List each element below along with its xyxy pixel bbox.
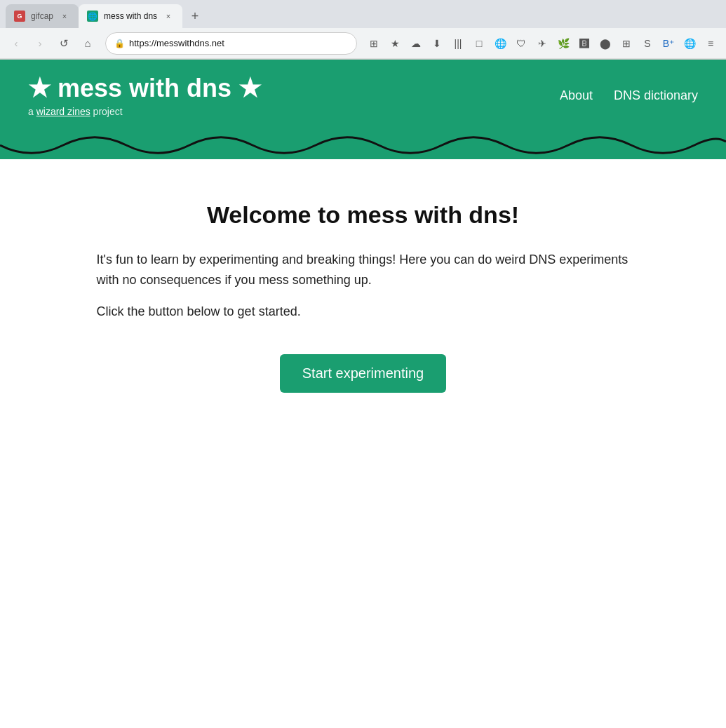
toolbar-pip-icon[interactable]: □: [469, 34, 489, 53]
toolbar-pocket-icon[interactable]: ☁: [406, 34, 426, 53]
site-nav: About DNS dictionary: [560, 88, 698, 103]
toolbar-ext7-icon[interactable]: B⁺: [659, 34, 678, 53]
toolbar-star-icon[interactable]: ★: [385, 34, 405, 53]
welcome-title: Welcome to mess with dns!: [97, 201, 630, 229]
wavy-border: [0, 131, 726, 159]
site-main: Welcome to mess with dns! It's fun to le…: [0, 159, 726, 435]
toolbar-icons: ⊞ ★ ☁ ⬇ ||| □ 🌐 🛡 ✈ 🌿 🅱 ⬤ ⊞ S B⁺ 🌐 ≡: [364, 34, 720, 53]
subtitle-pre: a: [28, 106, 36, 117]
toolbar-shield-icon[interactable]: 🛡: [511, 34, 531, 53]
about-link[interactable]: About: [560, 88, 593, 103]
wizard-zines-link[interactable]: wizard zines: [36, 106, 90, 117]
welcome-paragraph1: It's fun to learn by experimenting and b…: [97, 250, 630, 290]
start-experimenting-button[interactable]: Start experimenting: [280, 354, 446, 393]
welcome-paragraph2: Click the button below to get started.: [97, 304, 630, 319]
site-subtitle: a wizard zines project: [28, 106, 261, 117]
toolbar-ext4-icon[interactable]: ⬤: [596, 34, 615, 53]
toolbar-ext1-icon[interactable]: ✈: [532, 34, 552, 53]
tab-title-gifcap: gifcap: [31, 11, 53, 21]
toolbar-ext3-icon[interactable]: 🅱: [574, 34, 594, 53]
toolbar-translate-icon[interactable]: 🌐: [490, 34, 510, 53]
back-button[interactable]: ‹: [6, 33, 27, 54]
tab-title-dns: mess with dns: [104, 11, 157, 21]
toolbar-download-icon[interactable]: ⬇: [427, 34, 447, 53]
dns-dictionary-link[interactable]: DNS dictionary: [614, 88, 698, 103]
tab-bar: G gifcap × 🌐 mess with dns × +: [0, 0, 726, 28]
toolbar-ext5-icon[interactable]: ⊞: [617, 34, 636, 53]
site-header: ★ mess with dns ★ a wizard zines project…: [0, 60, 726, 131]
toolbar-ext6-icon[interactable]: S: [638, 34, 657, 53]
subtitle-post: project: [90, 106, 123, 117]
tab-close-dns[interactable]: ×: [163, 11, 174, 22]
tab-dns[interactable]: 🌐 mess with dns ×: [79, 4, 182, 28]
toolbar-grid-icon[interactable]: ⊞: [364, 34, 384, 53]
home-button[interactable]: ⌂: [77, 33, 98, 54]
browser-chrome: G gifcap × 🌐 mess with dns × + ‹ › ↺ ⌂ 🔒…: [0, 0, 726, 60]
tab-gifcap[interactable]: G gifcap ×: [6, 4, 79, 28]
new-tab-button[interactable]: +: [185, 6, 205, 26]
site-title: ★ mess with dns ★: [28, 74, 261, 103]
address-bar[interactable]: 🔒 https://messwithdns.net: [105, 32, 357, 55]
toolbar-ext2-icon[interactable]: 🌿: [553, 34, 573, 53]
site-title-area: ★ mess with dns ★ a wizard zines project: [28, 74, 261, 117]
lock-icon: 🔒: [114, 39, 125, 48]
website: ★ mess with dns ★ a wizard zines project…: [0, 60, 726, 435]
nav-bar: ‹ › ↺ ⌂ 🔒 https://messwithdns.net ⊞ ★ ☁ …: [0, 28, 726, 59]
address-text: https://messwithdns.net: [129, 38, 348, 48]
toolbar-ext8-icon[interactable]: 🌐: [680, 34, 699, 53]
tab-favicon-gifcap: G: [14, 11, 25, 22]
reload-button[interactable]: ↺: [53, 33, 74, 54]
main-content: Welcome to mess with dns! It's fun to le…: [83, 159, 644, 435]
forward-button[interactable]: ›: [29, 33, 51, 54]
tab-close-gifcap[interactable]: ×: [59, 11, 70, 22]
toolbar-menu-icon[interactable]: ≡: [701, 34, 720, 53]
toolbar-reader-icon[interactable]: |||: [448, 34, 468, 53]
tab-favicon-dns: 🌐: [87, 11, 98, 22]
